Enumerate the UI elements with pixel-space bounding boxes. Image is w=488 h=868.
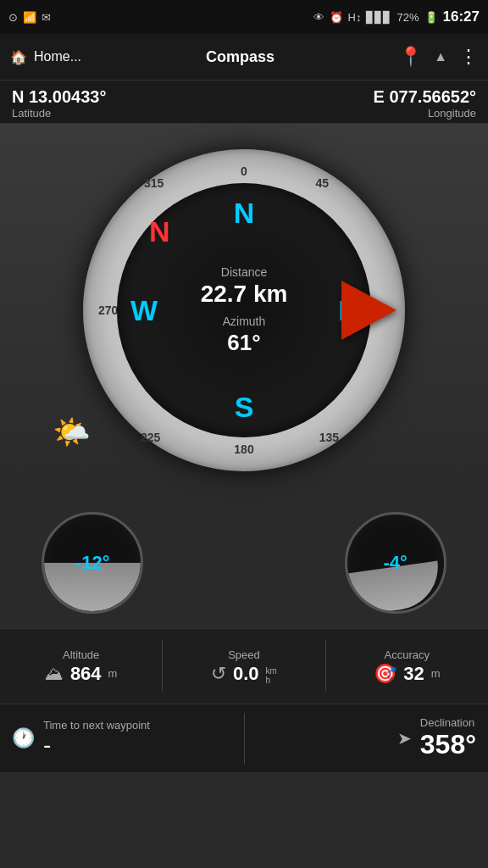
waypoint-value: -	[43, 732, 150, 759]
accuracy-row: 🎯 32 m	[374, 663, 440, 685]
ring-270: 270	[98, 303, 118, 317]
home-icon: 🏠	[10, 49, 27, 65]
declination-value: 358°	[420, 729, 476, 760]
tilt-section: -12° -4°	[0, 497, 488, 628]
azimuth-label: Azimuth	[201, 314, 288, 328]
latitude-value: N 13.00433°	[12, 87, 106, 107]
gmail-icon: ✉	[42, 11, 51, 24]
ring-225: 225	[141, 431, 160, 444]
tilt-left-indicator: -12°	[42, 512, 143, 614]
cardinal-w: W	[130, 294, 158, 327]
arrow-icon: ▲	[434, 49, 447, 64]
home-label: Home...	[34, 49, 81, 64]
altitude-stat: Altitude ⛰ 864 m	[0, 648, 162, 685]
declination-section: ➤ Declination 358°	[245, 716, 489, 760]
speed-unit-h: h	[266, 676, 277, 685]
sun-icon: 🌤️	[53, 415, 91, 450]
accuracy-unit: m	[431, 667, 441, 680]
signal-bars: ▊▊▊	[366, 11, 391, 24]
action-right: 📍 ▲ ⋮	[399, 46, 478, 68]
altitude-row: ⛰ 864 m	[45, 663, 118, 685]
azimuth-value: 61°	[201, 330, 288, 356]
battery-icon: 🔋	[424, 11, 438, 24]
status-right-icons: 👁 ⏰ H↕ ▊▊▊ 72% 🔋 16:27	[313, 8, 480, 25]
distance-label: Distance	[201, 265, 288, 279]
ring-45: 45	[315, 176, 329, 190]
cardinal-n: N	[234, 197, 255, 230]
speed-value: 0.0	[233, 663, 259, 685]
bottom-bar: 🕐 Time to next waypoint - ➤ Declination …	[0, 704, 488, 772]
alarm-icon: ⏰	[330, 11, 343, 24]
battery-percent: 72%	[396, 11, 419, 24]
ring-180: 180	[234, 442, 253, 456]
location-info-icon[interactable]: 📍	[399, 46, 422, 68]
speed-row: ↺ 0.0 km h	[211, 663, 277, 685]
declination-label: Declination	[420, 716, 476, 729]
direction-arrow	[341, 281, 396, 340]
compass-area: 🌤️ 0 45 90 135 180 225 270 315 N E S W N…	[0, 124, 488, 497]
eye-icon: 👁	[313, 11, 324, 24]
accuracy-label: Accuracy	[385, 648, 430, 661]
clock-icon: 🕐	[12, 727, 35, 749]
distance-value: 22.7 km	[201, 281, 288, 308]
speed-stat: Speed ↺ 0.0 km h	[163, 648, 324, 685]
compass-outer-ring: 0 45 90 135 180 225 270 315 N E S W N Di…	[83, 149, 405, 471]
speed-label: Speed	[228, 648, 260, 661]
tilt-right-indicator: -4°	[345, 512, 446, 614]
waypoint-info: Time to next waypoint -	[43, 719, 150, 759]
coordinates-bar: N 13.00433° Latitude E 077.56652° Longit…	[0, 81, 488, 124]
altitude-label: Altitude	[63, 648, 99, 661]
overflow-menu-icon[interactable]: ⋮	[459, 46, 478, 68]
circle-icon: ⊙	[8, 11, 18, 24]
accuracy-value: 32	[403, 663, 424, 685]
network-icon: H↕	[348, 11, 362, 24]
home-button[interactable]: 🏠 Home...	[10, 49, 81, 65]
longitude-label: Longitude	[374, 107, 476, 120]
accuracy-stat: Accuracy 🎯 32 m	[326, 648, 488, 685]
wifi-icon: 📶	[23, 11, 36, 24]
speed-icon: ↺	[211, 663, 226, 685]
compass-center-info: Distance 22.7 km Azimuth 61°	[201, 265, 288, 356]
longitude-block: E 077.56652° Longitude	[374, 87, 476, 120]
ring-0: 0	[241, 164, 247, 178]
altitude-value: 864	[70, 663, 102, 685]
cardinal-nw: N	[149, 215, 170, 248]
longitude-value: E 077.56652°	[374, 87, 476, 107]
stats-section: Altitude ⛰ 864 m Speed ↺ 0.0 km h Accura…	[0, 628, 488, 704]
action-title: Compass	[81, 48, 399, 66]
action-bar: 🏠 Home... Compass 📍 ▲ ⋮	[0, 34, 488, 81]
altitude-unit: m	[108, 667, 118, 680]
waypoint-label: Time to next waypoint	[43, 719, 150, 732]
cardinal-s: S	[235, 391, 254, 424]
latitude-label: Latitude	[12, 107, 106, 120]
ring-135: 135	[319, 431, 339, 444]
tilt-right-value: -4°	[383, 552, 407, 574]
navigation-arrow-icon: ➤	[397, 728, 412, 748]
status-time: 16:27	[443, 8, 480, 25]
tilt-left-value: -12°	[75, 552, 110, 574]
speed-units: km h	[266, 666, 277, 685]
compass-inner-disk: N E S W N Distance 22.7 km Azimuth 61°	[117, 183, 371, 437]
ring-315: 315	[144, 176, 164, 190]
speed-unit-km: km	[266, 666, 277, 676]
mountain-icon: ⛰	[45, 663, 64, 685]
waypoint-section: 🕐 Time to next waypoint -	[0, 719, 244, 759]
declination-info: Declination 358°	[420, 716, 476, 760]
latitude-block: N 13.00433° Latitude	[12, 87, 106, 120]
status-left-icons: ⊙ 📶 ✉	[8, 11, 51, 24]
accuracy-icon: 🎯	[374, 663, 396, 685]
status-bar: ⊙ 📶 ✉ 👁 ⏰ H↕ ▊▊▊ 72% 🔋 16:27	[0, 0, 488, 34]
